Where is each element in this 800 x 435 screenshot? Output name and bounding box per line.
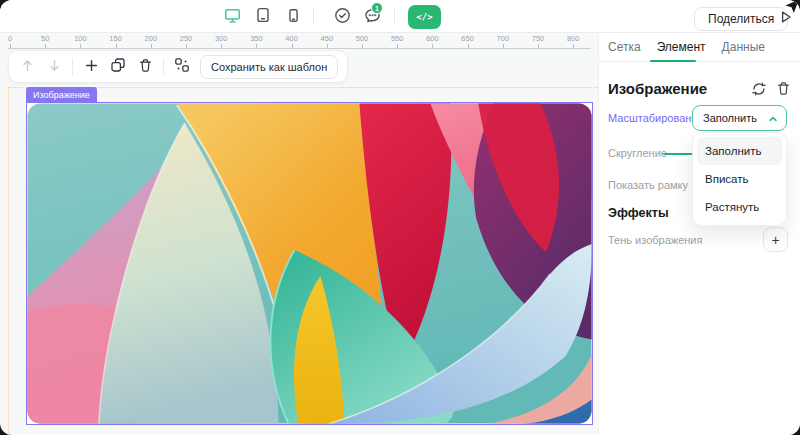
ruler-label: 150 [109, 34, 122, 43]
move-down-button[interactable] [45, 58, 63, 76]
ruler-label: 700 [497, 34, 510, 43]
check-circle-icon [334, 7, 351, 27]
selected-element-tag[interactable]: Изображение [26, 87, 97, 102]
tab-grid[interactable]: Сетка [608, 40, 641, 54]
share-button[interactable]: Поделиться [694, 7, 788, 31]
ruler-label: 100 [74, 34, 87, 43]
dropdown-option-fill[interactable]: Заполнить [697, 137, 782, 165]
tab-data[interactable]: Данные [722, 40, 765, 54]
element-type-heading: Изображение [608, 80, 707, 97]
ruler-label: 250 [180, 34, 193, 43]
refresh-icon [751, 81, 767, 100]
ruler-label: 750 [532, 34, 545, 43]
code-view-button[interactable]: </> [408, 5, 441, 29]
scaling-dropdown: Заполнить Вписать Растянуть [692, 132, 787, 226]
component-icon [174, 57, 190, 76]
arrow-down-icon [47, 58, 62, 76]
header-divider [313, 8, 314, 25]
active-tab-underline [650, 60, 696, 63]
comments-count-badge: 1 [371, 2, 383, 14]
ruler-label: 0 [8, 34, 12, 43]
element-toolbar: Сохранить как шаблон [8, 50, 348, 83]
phone-icon [286, 8, 301, 26]
inspector-panel: Сетка Элемент Данные Изображение Масштаб… [598, 33, 800, 435]
device-desktop-button[interactable] [220, 0, 244, 33]
ruler-label: 450 [321, 34, 334, 43]
plus-icon [84, 58, 99, 76]
ruler-label: 500 [356, 34, 369, 43]
add-shadow-button[interactable]: + [763, 227, 788, 252]
top-bar: 1 </> Поделиться [0, 0, 800, 33]
mouse-cursor-icon [783, 0, 799, 18]
abstract-image [27, 103, 592, 424]
ruler-label: 600 [426, 34, 439, 43]
horizontal-ruler: 0501001502002503003504004505005506006507… [0, 33, 598, 48]
chevron-up-icon [768, 111, 778, 126]
trash-icon [776, 81, 791, 99]
show-frame-label: Показать рамку [608, 179, 688, 191]
scaling-select[interactable]: Заполнить [692, 105, 787, 131]
tab-element[interactable]: Элемент [657, 40, 706, 54]
delete-button[interactable] [136, 58, 154, 76]
rounding-label: Скругление [608, 147, 667, 159]
image-shadow-label: Тень изображения [608, 234, 702, 246]
toolbar-divider [72, 58, 73, 76]
scaling-select-value: Заполнить [703, 112, 768, 124]
ruler-label: 800 [567, 34, 580, 43]
dropdown-option-stretch[interactable]: Растянуть [697, 193, 782, 221]
add-element-button[interactable] [82, 58, 100, 76]
ruler-label: 550 [391, 34, 404, 43]
toolbar-divider [163, 58, 164, 76]
ruler-baseline [8, 48, 591, 49]
desktop-icon [224, 7, 241, 27]
device-tablet-button[interactable] [251, 0, 275, 33]
scaling-label: Масштабирование [608, 112, 704, 124]
move-up-button[interactable] [18, 58, 36, 76]
ruler-label: 650 [461, 34, 474, 43]
save-as-template-button[interactable]: Сохранить как шаблон [200, 55, 338, 79]
ruler-label: 300 [215, 34, 228, 43]
effects-heading: Эффекты [608, 206, 669, 220]
device-phone-button[interactable] [281, 0, 305, 33]
replace-image-button[interactable] [750, 81, 768, 99]
ruler-label: 350 [250, 34, 263, 43]
copy-icon [110, 57, 126, 76]
image-element[interactable] [26, 102, 593, 425]
dropdown-option-fit[interactable]: Вписать [697, 165, 782, 193]
ruler-label: 400 [285, 34, 298, 43]
header-divider [394, 8, 395, 25]
app-window: 1 </> Поделиться 05010015020025030035040… [0, 0, 800, 435]
duplicate-button[interactable] [109, 58, 127, 76]
tasks-button[interactable] [330, 0, 354, 33]
make-component-button[interactable] [173, 58, 191, 76]
ruler-label: 50 [41, 34, 49, 43]
delete-image-button[interactable] [774, 81, 792, 99]
arrow-up-icon [20, 58, 35, 76]
ruler-label: 200 [145, 34, 158, 43]
tablet-icon [255, 7, 271, 26]
panel-tabs: Сетка Элемент Данные [599, 33, 800, 62]
rounding-slider[interactable] [663, 153, 693, 155]
trash-icon [138, 58, 153, 76]
